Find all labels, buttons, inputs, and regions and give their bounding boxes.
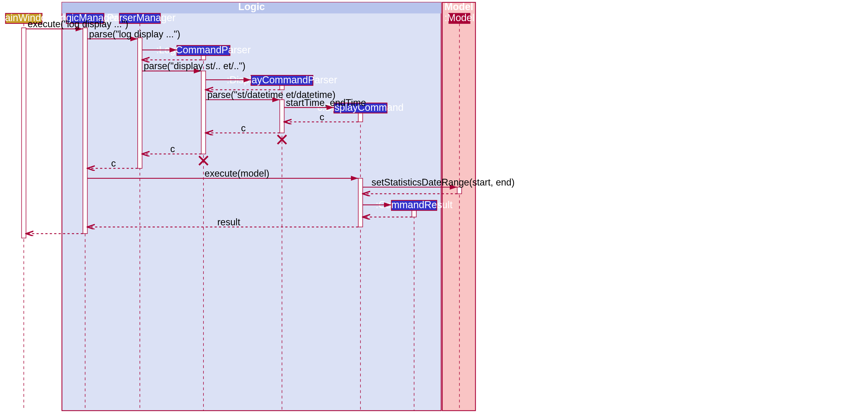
activation-logcommandparser-2 <box>201 71 206 154</box>
msg-starttime-label: startTime, endTime <box>286 97 366 108</box>
msg-return-c1-label: c <box>319 112 324 122</box>
activation-model <box>457 187 461 194</box>
activation-displaycommand-2 <box>358 178 363 227</box>
msg-return-c2-label: c <box>241 123 246 134</box>
msg-parse-display-label: parse("display st/.. et/..") <box>144 61 245 71</box>
msg-setstatistics-label: setStatisticsDateRange(start, end) <box>371 177 515 188</box>
sequence-diagram: Logic Model :MainWindow :LogicManager :P… <box>0 0 868 413</box>
msg-execute-log-label: execute("log display ...") <box>28 19 128 29</box>
frame-model-label: Model <box>444 1 473 12</box>
activation-displaycommandparser-2 <box>280 100 284 133</box>
activation-mainwindow <box>22 28 26 238</box>
msg-return-c4-label: c <box>111 158 116 169</box>
msg-execute-model-label: execute(model) <box>205 168 270 179</box>
activation-parsermanager <box>138 38 142 168</box>
activation-logicmanager <box>83 28 87 234</box>
msg-parse-main-label: parse("log display ...") <box>89 29 180 39</box>
frame-logic-label: Logic <box>238 1 265 12</box>
participant-model-label: :Model <box>444 12 474 23</box>
msg-result-label: result <box>217 217 241 228</box>
msg-return-c3-label: c <box>170 144 175 154</box>
